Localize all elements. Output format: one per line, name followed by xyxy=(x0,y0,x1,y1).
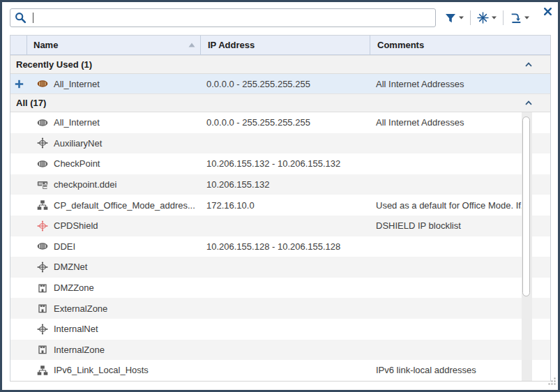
network-red-icon xyxy=(37,220,48,232)
add-button[interactable] xyxy=(10,80,27,89)
gateway-icon xyxy=(37,179,48,190)
row-name-cell: CheckPoint xyxy=(27,158,201,169)
import-button[interactable] xyxy=(508,10,531,25)
row-name: DDEI xyxy=(54,241,75,252)
row-name-cell: DMZZone xyxy=(27,282,201,294)
header-name[interactable]: Name xyxy=(27,36,201,54)
row-name-cell: All_Internet xyxy=(27,117,201,128)
header-name-label: Name xyxy=(33,40,58,50)
row-name: CheckPoint xyxy=(54,158,100,169)
filter-dropdown-caret[interactable] xyxy=(459,16,464,20)
table-header: Name IP Address Comments xyxy=(10,36,550,55)
table-row[interactable]: CheckPoint10.206.155.132 - 10.206.155.13… xyxy=(10,153,550,174)
row-ip: 10.206.155.132 xyxy=(201,179,370,190)
row-name-cell: DDEI xyxy=(27,241,201,252)
row-name-cell: InternalZone xyxy=(27,344,201,355)
row-name: IPv6_Link_Local_Hosts xyxy=(54,365,149,375)
new-object-star-icon xyxy=(477,12,489,24)
table-row[interactable]: CPDShieldDSHIELD IP blocklist xyxy=(10,216,550,236)
table-row[interactable]: IPv6_Link_Local_HostsIPv6 link-local add… xyxy=(10,360,550,381)
row-name-cell: IPv6_Link_Local_Hosts xyxy=(27,365,201,376)
row-ip: 10.206.155.132 - 10.206.155.132 xyxy=(201,158,370,169)
object-picker-dialog: Name IP Address Comments Recently Used (… xyxy=(0,0,560,392)
import-dropdown-caret[interactable] xyxy=(524,16,529,20)
row-name: AuxiliaryNet xyxy=(54,138,102,149)
table-row[interactable]: DMZZone xyxy=(10,278,550,299)
table-row[interactable]: checkpoint.ddei10.206.155.132 xyxy=(10,174,550,195)
table-row[interactable]: ExternalZone xyxy=(10,298,550,319)
row-comment: All Internet Addresses xyxy=(370,79,550,89)
group-label: Recently Used (1) xyxy=(10,59,92,70)
group-header[interactable]: Recently Used (1) xyxy=(10,55,550,74)
group-header[interactable]: All (17) xyxy=(10,93,550,112)
row-ip: 0.0.0.0 - 255.255.255.255 xyxy=(201,79,370,89)
row-ip: 0.0.0.0 - 255.255.255.255 xyxy=(201,117,370,128)
search-box[interactable] xyxy=(10,8,436,27)
row-name-cell: ExternalZone xyxy=(27,303,201,314)
row-name: CPDShield xyxy=(54,220,98,231)
group-label: All (17) xyxy=(10,98,46,108)
group-icon xyxy=(37,199,48,211)
sort-ascending-icon xyxy=(188,43,195,47)
header-add-column xyxy=(10,36,27,54)
row-name-cell: InternalNet xyxy=(27,324,201,335)
table-row[interactable]: All_Internet0.0.0.0 - 255.255.255.255All… xyxy=(10,112,550,133)
row-name-cell: DMZNet xyxy=(27,262,201,273)
toolbar-buttons xyxy=(443,8,531,27)
zone-icon xyxy=(37,282,48,294)
network-icon xyxy=(37,262,48,273)
network-icon xyxy=(37,137,48,149)
table-row[interactable]: InternalNet xyxy=(10,319,550,340)
chevron-up-icon[interactable] xyxy=(524,100,533,106)
row-name: ExternalZone xyxy=(54,303,107,314)
table-row[interactable]: CP_default_Office_Mode_addres...172.16.1… xyxy=(10,195,550,216)
search-input[interactable] xyxy=(33,10,435,26)
vertical-scrollbar[interactable] xyxy=(522,112,532,381)
address-range-gray-icon xyxy=(37,241,48,252)
toolbar xyxy=(2,2,558,35)
row-name: checkpoint.ddei xyxy=(54,179,116,190)
chevron-up-icon[interactable] xyxy=(524,61,533,68)
filter-icon xyxy=(445,13,456,24)
row-name-cell: checkpoint.ddei xyxy=(27,179,201,190)
address-range-gray-icon xyxy=(37,117,48,128)
objects-table: Name IP Address Comments Recently Used (… xyxy=(10,35,551,382)
table-row[interactable]: AuxiliaryNet xyxy=(10,133,550,154)
table-row[interactable]: All_Internet0.0.0.0 - 255.255.255.255All… xyxy=(10,74,550,93)
row-name-cell: CPDShield xyxy=(27,220,201,232)
row-name: InternalZone xyxy=(54,345,105,355)
row-name-cell: All_Internet xyxy=(27,78,201,89)
close-icon xyxy=(544,8,552,15)
zone-icon xyxy=(37,344,48,355)
toolbar-separator xyxy=(503,10,504,25)
scrollable-rows-region: All_Internet0.0.0.0 - 255.255.255.255All… xyxy=(10,112,550,381)
table-row[interactable]: InternalZone xyxy=(10,340,550,361)
import-icon xyxy=(510,12,522,24)
filter-button[interactable] xyxy=(443,11,466,25)
scrollbar-thumb[interactable] xyxy=(522,116,530,296)
row-name: InternalNet xyxy=(54,324,98,334)
address-range-orange-icon xyxy=(37,78,48,89)
row-name-cell: CP_default_Office_Mode_addres... xyxy=(27,199,201,211)
new-object-button[interactable] xyxy=(475,10,499,25)
header-ip-address[interactable]: IP Address xyxy=(201,36,370,54)
new-object-dropdown-caret[interactable] xyxy=(492,16,497,20)
row-name: All_Internet xyxy=(54,117,100,128)
row-ip: 10.206.155.128 - 10.206.155.128 xyxy=(201,241,370,252)
close-button[interactable] xyxy=(542,6,553,17)
search-icon xyxy=(15,12,27,24)
row-name: CP_default_Office_Mode_addres... xyxy=(54,200,195,211)
table-row[interactable]: DDEI10.206.155.128 - 10.206.155.128 xyxy=(10,236,550,257)
address-range-gray-icon xyxy=(37,158,48,169)
toolbar-separator xyxy=(470,10,471,25)
row-name: DMZZone xyxy=(54,282,94,293)
row-name: DMZNet xyxy=(54,262,87,272)
resize-grip[interactable] xyxy=(547,376,557,389)
row-name: All_Internet xyxy=(54,79,100,89)
row-ip: 172.16.10.0 xyxy=(201,200,370,211)
header-comments[interactable]: Comments xyxy=(370,36,550,54)
network-icon xyxy=(37,324,48,335)
table-row[interactable]: DMZNet xyxy=(10,257,550,278)
table-body: Recently Used (1) All_Internet0.0.0.0 - … xyxy=(10,55,550,381)
group-icon xyxy=(37,365,48,376)
